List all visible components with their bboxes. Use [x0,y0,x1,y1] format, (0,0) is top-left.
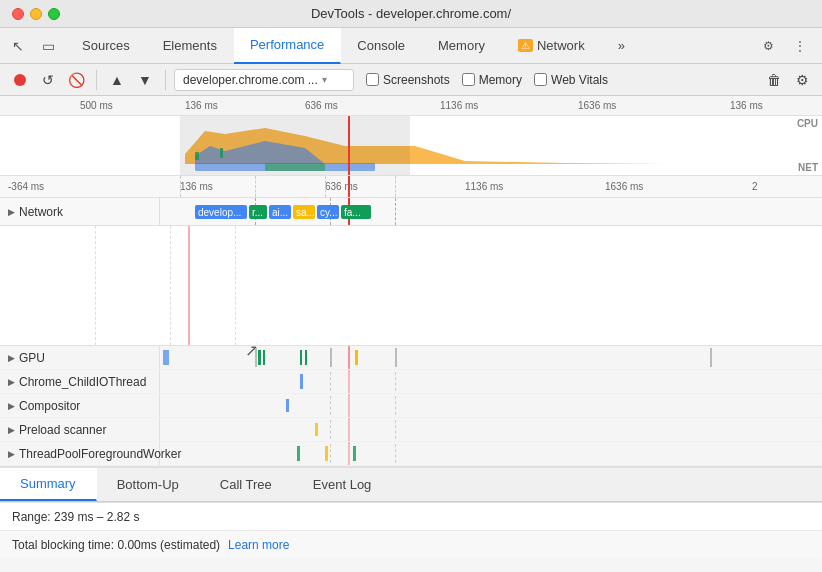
tab-sources[interactable]: Sources [66,28,147,64]
tab-elements[interactable]: Elements [147,28,234,64]
clear-button[interactable]: 🚫 [64,68,88,92]
offset-label-2: 136 ms [180,181,213,192]
webvitals-checkbox[interactable]: Web Vitals [534,73,608,87]
network-timeline-content: develop... r... ai... sa... cy... fa... [160,198,822,225]
tp-activity-2 [325,446,328,461]
learn-more-link[interactable]: Learn more [228,538,289,552]
settings-icon[interactable]: ⚙ [754,32,782,60]
offset-label-3: 636 ms [325,181,358,192]
net-segment-4[interactable]: sa... [293,205,315,219]
compositor-content [160,394,822,417]
compositor-expand[interactable]: ▶ [8,401,15,411]
record-button[interactable] [8,68,32,92]
cursor-icon[interactable]: ↖ [4,32,32,60]
bottom-tab-summary[interactable]: Summary [0,468,97,501]
svg-rect-4 [220,148,223,158]
timeline-main: 500 ms 136 ms 636 ms 1136 ms 1636 ms 136… [0,96,822,572]
comp-activity-1 [286,399,289,412]
thread-rows: ▶ GPU [0,346,822,466]
child-io-content [160,370,822,393]
tab-bar-right: ⚙ ⋮ [754,32,822,60]
time-offset-row: -364 ms 136 ms 636 ms 1136 ms 1636 ms 2 [0,176,822,198]
vline-1 [180,176,181,197]
flame-vline-3 [235,226,236,345]
net-segment-5[interactable]: cy... [317,205,339,219]
tp-playhead [348,442,350,465]
tab-console[interactable]: Console [341,28,422,64]
compositor-label: ▶ Compositor [0,394,160,417]
child-io-row: ▶ Chrome_ChildIOThread [0,370,822,394]
status-bar-blocking: Total blocking time: 0.00ms (estimated) … [0,530,822,558]
more-options-icon[interactable]: ⋮ [786,32,814,60]
ruler-tick-3: 636 ms [305,100,338,111]
minimize-button[interactable] [30,8,42,20]
delete-button[interactable]: 🗑 [762,68,786,92]
net-segment-6[interactable]: fa... [341,205,371,219]
gpu-label: ▶ GPU [0,346,160,369]
download-button[interactable]: ▼ [133,68,157,92]
bottom-tab-bottom-up[interactable]: Bottom-Up [97,468,200,501]
cio-vline-2 [395,372,396,391]
cpu-graph-svg [65,116,802,164]
pre-activity-1 [315,423,318,436]
comp-playhead [348,394,350,417]
flame-vline-2 [170,226,171,345]
preload-row: ▶ Preload scanner [0,418,822,442]
url-bar: developer.chrome.com ... ▾ [174,69,354,91]
tab-more[interactable]: » [602,28,642,64]
close-button[interactable] [12,8,24,20]
preload-expand[interactable]: ▶ [8,425,15,435]
upload-button[interactable]: ▲ [105,68,129,92]
drawer-icon[interactable]: ▭ [34,32,62,60]
ruler-tick-1: 500 ms [80,100,113,111]
svg-rect-3 [195,152,199,160]
vline-2 [255,176,256,197]
thread-pool-content [160,442,822,465]
tab-network[interactable]: ⚠ Network [502,28,602,64]
flame-playhead [188,226,190,345]
reload-record-button[interactable]: ↺ [36,68,60,92]
maximize-button[interactable] [48,8,60,20]
gpu-activity-2 [258,350,261,365]
url-dropdown-arrow[interactable]: ▾ [322,74,327,85]
network-expand[interactable]: ▶ [8,207,15,217]
toolbar: ↺ 🚫 ▲ ▼ developer.chrome.com ... ▾ Scree… [0,64,822,96]
cpu-label: CPU [797,118,818,129]
tab-bar: ↖ ▭ Sources Elements Performance Console… [0,28,822,64]
toolbar-settings-button[interactable]: ⚙ [790,68,814,92]
bottom-tab-call-tree[interactable]: Call Tree [200,468,293,501]
net-segment-2[interactable]: r... [249,205,267,219]
cio-activity-1 [300,374,303,389]
svg-marker-1 [65,128,765,164]
tab-performance[interactable]: Performance [234,28,341,64]
network-row-label: ▶ Network [0,198,160,225]
ruler-tick-4: 1136 ms [440,100,478,111]
bottom-tabs: Summary Bottom-Up Call Tree Event Log [0,466,822,502]
gpu-activity-3 [263,350,265,365]
gpu-activity-1 [163,350,169,365]
net-label: NET [798,162,818,173]
window-title: DevTools - developer.chrome.com/ [311,6,511,21]
net-segment-1[interactable]: develop... [195,205,247,219]
bottom-tab-event-log[interactable]: Event Log [293,468,393,501]
ruler-tick-2: 136 ms [185,100,218,111]
tp-activity-1 [297,446,300,461]
tp-activity-3 [353,446,356,461]
preload-label: ▶ Preload scanner [0,418,160,441]
main-content: ↖ ▭ Sources Elements Performance Console… [0,28,822,572]
gpu-expand[interactable]: ▶ [8,353,15,363]
thread-pool-expand[interactable]: ▶ [8,449,15,459]
toolbar-right: 🗑 ⚙ [762,68,814,92]
offset-label-1: -364 ms [8,181,44,192]
tab-memory[interactable]: Memory [422,28,502,64]
tabs: Sources Elements Performance Console Mem… [66,28,642,64]
blocking-text: Total blocking time: 0.00ms (estimated) [12,538,220,552]
network-warning-badge: ⚠ [518,39,533,52]
net-segment-3[interactable]: ai... [269,205,291,219]
screenshots-checkbox[interactable]: Screenshots [366,73,450,87]
gpu-activity-5 [305,350,307,365]
child-io-expand[interactable]: ▶ [8,377,15,387]
memory-checkbox[interactable]: Memory [462,73,522,87]
thread-pool-label: ▶ ThreadPoolForegroundWorker [0,442,160,465]
url-text: developer.chrome.com ... [183,73,318,87]
